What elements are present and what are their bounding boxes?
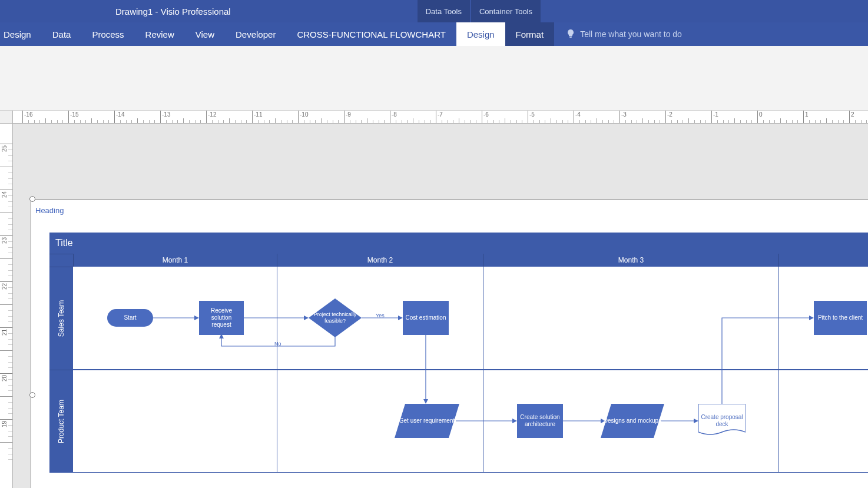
ruler-h-label: -6 — [483, 111, 489, 118]
shape-create-architecture[interactable]: Create solution architecture — [517, 404, 563, 438]
shape-designs-mockups[interactable]: Designs and mockups — [601, 404, 664, 438]
lane-label-product[interactable]: Product Team — [49, 370, 73, 473]
ruler-h-label: -4 — [575, 111, 581, 118]
tab-cross-functional-flowchart[interactable]: CROSS-FUNCTIONAL FLOWCHART — [286, 22, 456, 46]
phase-month-3[interactable]: Month 3 — [483, 254, 778, 267]
phase-month-2[interactable]: Month 2 — [277, 254, 483, 267]
ruler-h-label: -12 — [208, 111, 216, 118]
phase-row: Month 1 Month 2 Month 3 — [49, 254, 868, 267]
page-heading[interactable]: Heading — [35, 206, 64, 215]
lane-sales[interactable] — [73, 267, 868, 370]
phase-month-4[interactable] — [778, 254, 868, 267]
shape-get-user-requirement[interactable]: Get user requirement — [395, 404, 459, 438]
tab-design-contextual-left[interactable]: Design — [0, 22, 42, 46]
horizontal-ruler[interactable]: -16-15-14-13-12-11-10-9-8-7-6-5-4-3-2-10… — [0, 111, 868, 124]
connector-label-no: No — [273, 341, 283, 347]
phase-gutter — [49, 254, 73, 267]
ruler-v-label: 22 — [1, 283, 8, 290]
ruler-h-label: -11 — [254, 111, 262, 118]
ruler-h-label: 0 — [759, 111, 763, 118]
ruler-h-label: 2 — [851, 111, 854, 118]
shape-decision-feasible[interactable]: Project technically feasible? — [309, 298, 362, 337]
tab-review[interactable]: Review — [135, 22, 185, 46]
context-tab-container-tools[interactable]: Container Tools — [471, 0, 541, 22]
selection-handle-top[interactable] — [29, 196, 35, 202]
ribbon-tabs: Design Data Process Review View Develope… — [0, 22, 868, 46]
context-tab-data-tools[interactable]: Data Tools — [418, 0, 470, 22]
tell-me-placeholder: Tell me what you want to do — [580, 29, 682, 39]
ruler-h-label: -13 — [162, 111, 170, 118]
shape-start-terminator[interactable]: Start — [107, 309, 153, 327]
tab-format[interactable]: Format — [505, 22, 555, 46]
ruler-h-label: -1 — [713, 111, 718, 118]
ruler-h-label: -2 — [667, 111, 672, 118]
ruler-v-label: 21 — [1, 329, 8, 336]
tell-me-search[interactable]: Tell me what you want to do — [554, 22, 682, 46]
title-bar: Drawing1 - Visio Professional Data Tools… — [0, 0, 868, 22]
ruler-v-label: 23 — [1, 237, 8, 244]
lane-label-sales[interactable]: Sales Team — [49, 267, 73, 370]
ruler-h-label: -7 — [438, 111, 443, 118]
tab-process[interactable]: Process — [81, 22, 134, 46]
ruler-corner — [0, 111, 13, 124]
phase-month-1[interactable]: Month 1 — [73, 254, 277, 267]
contextual-tabs: Data Tools Container Tools — [418, 0, 541, 22]
ruler-h-label: 1 — [805, 111, 809, 118]
connector-label-yes: Yes — [375, 313, 386, 318]
selection-handle-mid[interactable] — [29, 392, 35, 398]
shape-create-proposal-deck[interactable]: Create proposal deck — [698, 404, 746, 438]
shape-pitch-client[interactable]: Pitch to the client — [814, 301, 867, 335]
swimlane-title[interactable]: Title — [49, 233, 868, 254]
ruler-h-label: -8 — [392, 111, 397, 118]
shape-receive-request[interactable]: Receive solution request — [199, 301, 244, 335]
ruler-v-label: 24 — [1, 191, 8, 198]
shape-cost-estimation[interactable]: Cost estimation — [403, 301, 449, 335]
tab-view[interactable]: View — [185, 22, 225, 46]
ruler-h-label: -9 — [346, 111, 351, 118]
ruler-h-label: -14 — [116, 111, 124, 118]
app-title: Drawing1 - Visio Professional — [0, 6, 231, 16]
tab-design[interactable]: Design — [456, 22, 505, 46]
ruler-h-label: -10 — [300, 111, 308, 118]
drawing-canvas[interactable]: Heading Title Month 1 Month 2 Month 3 Sa… — [13, 124, 868, 488]
ribbon-body — [0, 46, 868, 111]
ruler-h-label: -5 — [529, 111, 535, 118]
vertical-ruler[interactable]: 25242322212019 — [0, 124, 13, 488]
ruler-v-label: 20 — [1, 375, 8, 381]
ruler-v-label: 25 — [1, 145, 8, 152]
ruler-h-label: -15 — [70, 111, 78, 118]
swimlane-container[interactable]: Title Month 1 Month 2 Month 3 Sales Team… — [49, 233, 868, 473]
tab-data[interactable]: Data — [42, 22, 82, 46]
lightbulb-icon — [566, 29, 575, 40]
ruler-h-label: -3 — [621, 111, 627, 118]
lanes-grid: Start Receive solution request Project t… — [73, 267, 868, 473]
tab-developer[interactable]: Developer — [225, 22, 286, 46]
lane-product[interactable] — [73, 370, 868, 473]
ruler-h-label: -16 — [24, 111, 32, 118]
ruler-v-label: 19 — [1, 421, 8, 427]
